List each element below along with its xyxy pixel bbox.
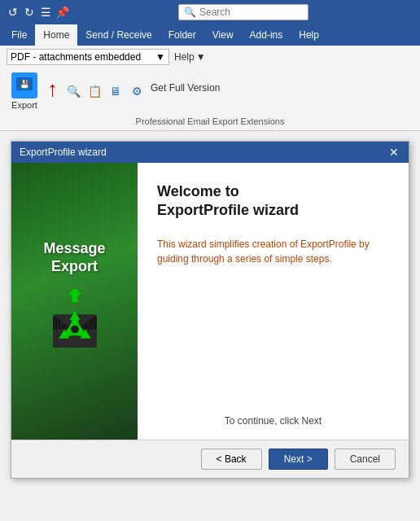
wizard-description: This wizard simplifies creation of Expor… <box>157 237 389 266</box>
title-bar: ↺ ↻ ☰ 📌 🔍 <box>0 0 420 24</box>
wizard-dialog: ExportProfile wizard ✕ MessageExport <box>11 141 409 479</box>
tab-view[interactable]: View <box>204 24 242 46</box>
tab-folder[interactable]: Folder <box>160 24 204 46</box>
ribbon-content: PDF - attachments embedded ▼ Help ▼ <box>0 46 420 68</box>
help-label: Help <box>174 51 195 63</box>
profile-dropdown-value: PDF - attachments embedded <box>11 51 141 63</box>
wizard-logo <box>38 289 112 362</box>
wizard-footer: < Back Next > Cancel <box>11 440 409 478</box>
wizard-sidebar: MessageExport <box>11 163 138 440</box>
toolbar-icon-4[interactable]: ⚙ <box>128 82 146 100</box>
toolbar-icon-2[interactable]: 📋 <box>85 82 103 100</box>
profile-dropdown[interactable]: PDF - attachments embedded ▼ <box>7 49 169 65</box>
wizard-title: ExportProfile wizard <box>20 147 107 158</box>
toolbar-icon-3[interactable]: 🖥 <box>107 82 125 100</box>
export-button[interactable]: 💾 Export <box>7 71 42 112</box>
title-bar-controls: ↺ ↻ ☰ 📌 <box>7 6 68 19</box>
tab-home[interactable]: Home <box>35 24 77 46</box>
get-full-version-link[interactable]: Get Full Version <box>151 82 220 100</box>
search-input[interactable] <box>199 7 297 18</box>
wizard-close-button[interactable]: ✕ <box>387 146 400 159</box>
tab-send-receive[interactable]: Send / Receive <box>77 24 160 46</box>
pin-icon[interactable]: 📌 <box>55 6 68 19</box>
wizard-continue-text: To continue, click Next <box>157 415 389 427</box>
dropdown-arrow-icon: ▼ <box>155 51 165 63</box>
back-button[interactable]: < Back <box>201 449 262 470</box>
red-arrow-icon: ↑ <box>47 77 58 102</box>
tab-file[interactable]: File <box>3 24 35 46</box>
promo-text: Professional Email Export Extensions <box>136 116 285 129</box>
wizard-titlebar: ExportProfile wizard ✕ <box>11 142 409 163</box>
wizard-heading: Welcome toExportProfile wizard <box>157 182 389 221</box>
export-label: Export <box>11 100 37 110</box>
next-button[interactable]: Next > <box>269 449 328 470</box>
tab-addins[interactable]: Add-ins <box>242 24 291 46</box>
cancel-button[interactable]: Cancel <box>335 449 396 470</box>
search-box[interactable]: 🔍 <box>178 4 308 20</box>
undo-icon[interactable]: ↺ <box>7 6 20 19</box>
svg-point-5 <box>71 325 79 333</box>
menu-icon[interactable]: ☰ <box>39 6 52 19</box>
search-icon: 🔍 <box>184 7 196 18</box>
ribbon-tabs: File Home Send / Receive Folder View Add… <box>0 24 420 46</box>
redo-icon[interactable]: ↻ <box>23 6 36 19</box>
export-section: 💾 Export ↑ 🔍 📋 🖥 ⚙ Get Full Version <box>7 71 220 112</box>
wizard-main: Welcome toExportProfile wizard This wiza… <box>138 163 409 440</box>
help-button[interactable]: Help ▼ <box>174 51 206 63</box>
export-icon: 💾 <box>11 72 37 99</box>
svg-text:💾: 💾 <box>20 79 30 90</box>
wizard-body: MessageExport <box>11 163 409 440</box>
ribbon-row2: 💾 Export ↑ 🔍 📋 🖥 ⚙ Get Full Version <box>0 68 420 114</box>
tab-help[interactable]: Help <box>291 24 327 46</box>
wizard-sidebar-title: MessageExport <box>43 240 105 275</box>
help-dropdown-icon: ▼ <box>196 51 206 63</box>
toolbar-icon-1[interactable]: 🔍 <box>64 82 82 100</box>
